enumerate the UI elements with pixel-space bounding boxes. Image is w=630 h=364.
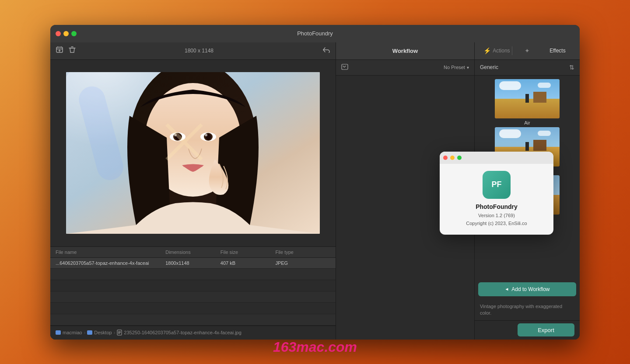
col-filesize: File size [220,250,276,255]
workflow-actions-bar: No Preset ▾ [336,60,474,76]
watermark: 163mac.com [273,339,357,355]
about-app-name: PhotoFoundry [476,203,518,210]
tab-effects-sparkle[interactable]: ✦ [512,45,542,56]
export-bar: Export [475,320,580,340]
cell-filetype: JPEG [275,260,330,266]
col-filename: File name [56,250,165,255]
right-toolbar: ⚡ Actions ✦ Effects [475,42,580,60]
about-fullscreen-button[interactable] [457,156,462,160]
about-version: Version 1.2 (769) [478,213,515,218]
cell-filename: ...6406203705a57-topaz-enhance-4x-faceai [56,260,165,266]
breadcrumb-sep-2: › [114,330,116,335]
delete-icon[interactable] [69,46,76,55]
effects-filter-bar: Generic ⇅ [475,60,580,76]
cell-dimensions: 1800x1148 [165,260,220,266]
image-preview [50,60,336,246]
effects-filter-chevron[interactable]: ⇅ [569,64,574,71]
minimize-button[interactable] [63,31,69,36]
breadcrumb-bar: macmiao › Desktop › 235250-16406203705a5… [50,326,336,340]
effect-label-air: Air [524,120,530,125]
breadcrumb-item-macmiao: macmiao [56,330,82,335]
about-close-button[interactable] [443,156,448,160]
left-panel: 1800 x 1148 [50,42,336,340]
workflow-toolbar: Workflow [336,42,474,60]
breadcrumb-sep-1: › [84,330,86,335]
about-popup: PF PhotoFoundry Version 1.2 (769) Copyri… [440,152,553,235]
table-row-empty-5 [50,314,336,326]
table-header: File name Dimensions File size File type [50,246,336,258]
app-title: PhotoFoundry [297,30,333,37]
table-row-empty-4 [50,303,336,314]
app-icon: PF [483,171,511,199]
about-popup-body: PF PhotoFoundry Version 1.2 (769) Copyri… [440,164,553,235]
image-dimensions: 1800 x 1148 [81,48,317,54]
tab-actions[interactable]: ⚡ Actions [482,45,512,56]
file-table: File name Dimensions File size File type… [50,246,336,326]
effects-filter-label: Generic [480,64,569,70]
app-icon-text: PF [491,180,501,189]
effect-thumbnail-air [495,79,560,118]
col-dimensions: Dimensions [165,250,220,255]
breadcrumb-item-file: 235250-16406203705a57-topaz-enhance-4x-f… [117,329,242,336]
table-row-empty-1 [50,269,336,280]
close-button[interactable] [56,31,61,36]
workflow-select-icon[interactable] [341,64,348,71]
title-bar: PhotoFoundry [50,25,580,42]
tab-effects[interactable]: Effects [542,46,573,55]
workflow-preset-dropdown[interactable]: No Preset ▾ [444,65,469,70]
app-window: PhotoFoundry [50,25,580,340]
folder-icon-desktop [87,330,92,335]
export-button[interactable]: Export [518,323,574,336]
effect-item-air[interactable]: Air [478,79,576,125]
svg-point-13 [205,134,207,136]
table-row-empty-3 [50,291,336,303]
lightning-icon: ⚡ [483,47,491,54]
table-row-empty-2 [50,280,336,291]
effect-description: Vintage photography with exaggerated col… [475,300,580,320]
table-row[interactable]: ...6406203705a57-topaz-enhance-4x-faceai… [50,258,336,269]
folder-icon-macmiao [56,330,61,335]
preview-image [66,72,320,234]
add-workflow-triangle-icon: ◄ [504,287,509,291]
breadcrumb-item-desktop: Desktop [87,330,112,335]
col-filetype: File type [275,250,330,255]
add-file-icon[interactable] [56,46,63,55]
about-copyright: Copyright (c) 2023, EnSili.co [466,221,527,226]
sparkle-icon: ✦ [525,47,530,54]
traffic-lights [56,31,77,36]
about-minimize-button[interactable] [450,156,455,160]
about-titlebar [440,152,553,164]
add-to-workflow-button[interactable]: ◄ Add to Workflow [478,282,576,296]
workflow-title: Workflow [358,48,452,54]
fullscreen-button[interactable] [71,31,77,36]
back-icon[interactable] [322,47,330,55]
left-toolbar: 1800 x 1148 [50,42,336,60]
cell-filesize: 407 kB [220,260,276,266]
